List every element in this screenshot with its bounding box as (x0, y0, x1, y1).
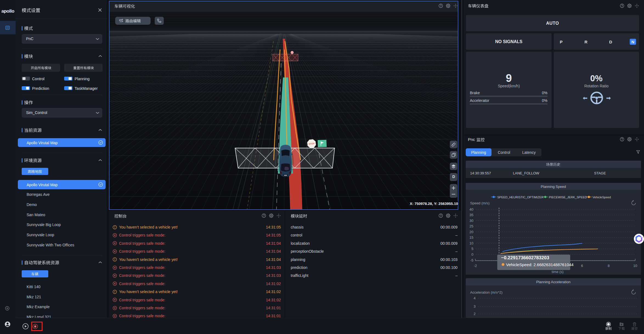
svg-text:25: 25 (470, 224, 473, 228)
svg-text:Speed (m/s): Speed (m/s) (470, 201, 490, 205)
svg-text:0: 0 (471, 252, 473, 257)
svg-text:20: 20 (470, 230, 473, 234)
svg-text:VehicleSpeed: VehicleSpeed (592, 196, 611, 199)
svg-text:SPEED_HEURISTIC_OPTIMIZER: SPEED_HEURISTIC_OPTIMIZER (497, 196, 544, 199)
svg-text:-2: -2 (474, 264, 477, 268)
svg-text:3: 3 (474, 304, 476, 308)
svg-text:35: 35 (470, 213, 473, 217)
svg-text:2: 2 (474, 312, 476, 316)
svg-text:15: 15 (470, 235, 473, 240)
svg-text:Acceleration (m/s^2): Acceleration (m/s^2) (470, 290, 502, 294)
svg-text:PIECEWISE_JERK_SPEED: PIECEWISE_JERK_SPEED (549, 196, 587, 199)
svg-text:10: 10 (470, 241, 473, 245)
svg-text:10: 10 (633, 264, 637, 268)
svg-text:4: 4 (474, 296, 476, 300)
svg-text:6: 6 (581, 264, 583, 268)
svg-text:5: 5 (471, 247, 473, 251)
svg-text:40: 40 (470, 207, 473, 211)
svg-text:8: 8 (608, 264, 609, 268)
svg-text:30: 30 (470, 219, 473, 223)
svg-text:-5: -5 (470, 258, 473, 262)
svg-text:time (s): time (s) (552, 270, 563, 274)
